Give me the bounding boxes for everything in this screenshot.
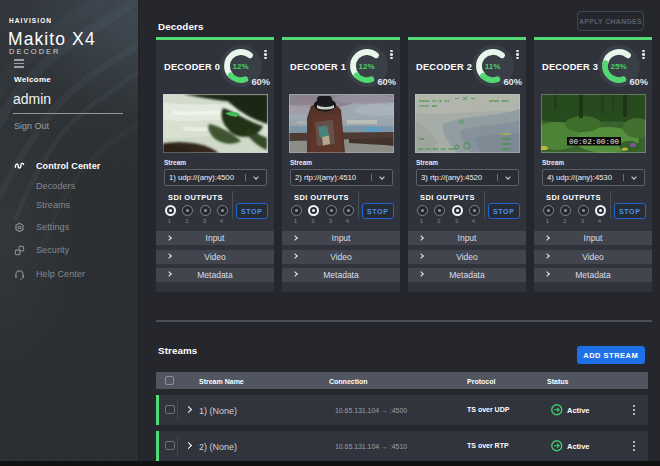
svg-text:02:11:04 22 831: 02:11:04 22 831 [418, 147, 456, 151]
svg-text:00:02:00:00: 00:02:00:00 [568, 138, 619, 146]
svg-text:4200: 4200 [501, 132, 511, 136]
svg-text:NTSC 021: NTSC 021 [489, 99, 510, 103]
svg-text:1048: 1048 [501, 142, 511, 146]
svg-text:8342 17:8 31: 8342 17:8 31 [419, 99, 450, 103]
svg-text:3122: 3122 [501, 137, 511, 141]
svg-text:84: 84 [419, 137, 425, 141]
svg-text:8814: 8814 [501, 147, 511, 151]
svg-text:1731 20: 1731 20 [419, 104, 437, 108]
